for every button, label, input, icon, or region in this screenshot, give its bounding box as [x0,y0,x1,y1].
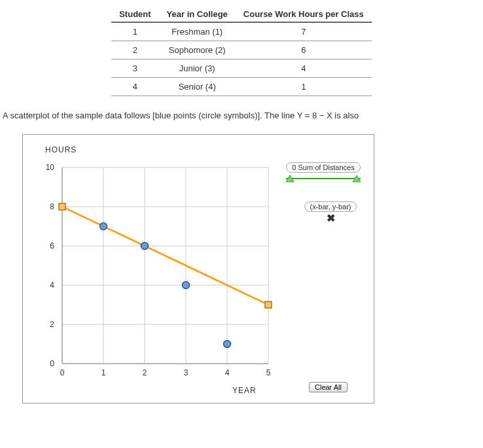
data-point[interactable] [100,222,107,230]
x-tick-label: 2 [143,368,147,377]
data-point[interactable] [224,340,231,347]
table-cell: Senior (4) [159,78,236,96]
y-tick-label: 2 [50,320,54,329]
regression-line[interactable] [62,207,268,305]
data-table: Student Year in College Course Work Hour… [111,7,372,96]
table-cell: 1 [236,78,372,96]
y-tick-label: 10 [46,163,55,172]
x-tick-label: 4 [225,368,230,377]
table-cell: 2 [111,41,158,60]
table-cell: 6 [236,41,372,60]
clear-all-button[interactable]: Clear All [309,382,348,392]
table-cell: 4 [111,78,158,96]
x-mark-icon: ✖ [298,212,363,224]
y-tick-label: 4 [50,281,54,290]
table-cell: 7 [236,22,372,41]
col-header-year: Year in College [159,7,236,22]
x-axis-title: YEAR [232,386,257,395]
table-row: 4Senior (4)1 [111,78,372,96]
x-tick-label: 0 [60,368,65,377]
table-cell: Junior (3) [159,60,236,78]
line-endpoint-handle[interactable] [59,203,65,210]
line-endpoint-handle[interactable] [265,302,272,308]
legend-means-label: (x-bar, y-bar) [304,201,357,212]
table-cell: 1 [111,22,158,41]
table-row: 1Freshman (1)7 [111,22,372,41]
table-row: 2Sophomore (2)6 [111,41,372,60]
data-point[interactable] [141,242,149,249]
data-point[interactable] [183,281,190,288]
y-tick-label: 6 [50,241,54,250]
x-tick-label: 1 [101,368,106,377]
legend-sum-label: 0 Sum of Distances [286,162,360,173]
scatterplot-description: A scatterplot of the sample data follows… [3,109,480,122]
y-tick-label: 8 [50,202,54,211]
x-tick-label: 3 [184,368,188,377]
legend-means[interactable]: (x-bar, y-bar) ✖ [298,201,363,224]
table-cell: Sophomore (2) [159,41,236,60]
y-tick-label: 0 [50,359,54,368]
x-tick-label: 5 [266,368,271,377]
table-cell: Freshman (1) [159,22,236,41]
table-row: 3Junior (3)4 [111,60,372,78]
col-header-student: Student [111,7,158,22]
chart-frame: HOURS 0123450246810 YEAR 0 Sum of Distan… [22,134,374,404]
legend-sum-of-distances[interactable]: 0 Sum of Distances [281,162,366,183]
col-header-hours: Course Work Hours per Class [236,7,372,22]
table-cell: 4 [236,60,372,78]
legend-sum-line [281,174,366,183]
table-cell: 3 [111,60,158,78]
